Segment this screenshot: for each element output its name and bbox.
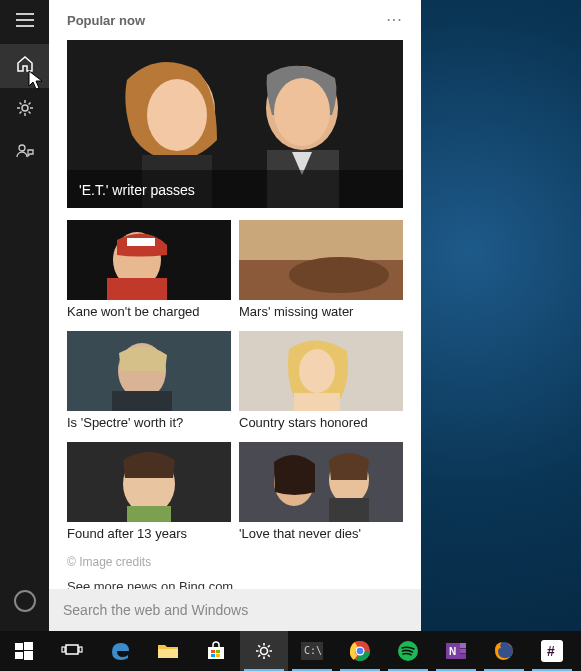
news-tile-label: Found after 13 years [67, 522, 231, 549]
panel-header: Popular now ··· [49, 0, 421, 40]
chrome-button[interactable] [336, 631, 384, 671]
svg-rect-55 [460, 654, 466, 659]
featured-story-label: 'E.T.' writer passes [79, 182, 195, 198]
image-credits: © Image credits [67, 555, 403, 569]
desktop-background [421, 0, 581, 631]
store-icon [203, 638, 229, 664]
firefox-button[interactable] [480, 631, 528, 671]
taskbar: C:\ N # [0, 631, 581, 671]
taskview-icon [59, 638, 85, 664]
edge-button[interactable] [96, 631, 144, 671]
feedback-icon [15, 142, 35, 166]
svg-rect-43 [216, 654, 220, 657]
home-icon [15, 54, 35, 78]
svg-point-16 [289, 257, 389, 293]
feedback-button[interactable] [0, 132, 49, 176]
svg-rect-53 [460, 643, 466, 648]
svg-rect-27 [239, 442, 403, 522]
svg-rect-37 [79, 647, 82, 652]
svg-rect-42 [211, 654, 215, 657]
chrome-icon [347, 638, 373, 664]
store-button[interactable] [192, 631, 240, 671]
svg-rect-35 [66, 645, 78, 654]
svg-point-4 [147, 79, 207, 151]
gear-icon [251, 638, 277, 664]
windows-icon [11, 638, 37, 664]
svg-rect-41 [216, 650, 220, 653]
svg-rect-32 [24, 642, 33, 650]
settings-button[interactable] [0, 88, 49, 132]
news-tile-3[interactable]: Country stars honored [239, 331, 403, 438]
svg-rect-34 [24, 651, 33, 660]
cortana-panel: Popular now ··· 'E.T.' writer passes [49, 0, 421, 631]
svg-point-49 [357, 648, 364, 655]
gear-icon [15, 98, 35, 122]
onenote-button[interactable]: N [432, 631, 480, 671]
menu-button[interactable] [0, 0, 49, 44]
news-tile-label: Country stars honored [239, 411, 403, 438]
console-button[interactable]: C:\ [288, 631, 336, 671]
console-icon: C:\ [299, 638, 325, 664]
spotify-button[interactable] [384, 631, 432, 671]
taskview-button[interactable] [48, 631, 96, 671]
edge-icon [107, 638, 133, 664]
svg-rect-19 [112, 391, 172, 411]
svg-rect-26 [127, 506, 171, 522]
svg-rect-13 [127, 238, 155, 246]
svg-rect-31 [15, 643, 23, 650]
folder-icon [155, 638, 181, 664]
news-tile-label: Kane won't be charged [67, 300, 231, 327]
settings-app-button[interactable] [240, 631, 288, 671]
news-tile-label: 'Love that never dies' [239, 522, 403, 549]
svg-rect-14 [239, 220, 403, 260]
svg-rect-23 [294, 393, 340, 411]
svg-rect-36 [62, 647, 65, 652]
hamburger-icon [16, 13, 34, 31]
spotify-icon [395, 638, 421, 664]
slack-icon: # [539, 638, 565, 664]
news-tile-2[interactable]: Is 'Spectre' worth it? [67, 331, 231, 438]
slack-button[interactable]: # [528, 631, 576, 671]
svg-point-7 [274, 78, 330, 146]
panel-title: Popular now [67, 13, 145, 28]
news-tile-0[interactable]: Kane won't be charged [67, 220, 231, 327]
firefox-icon [491, 638, 517, 664]
home-button[interactable] [0, 44, 49, 88]
svg-rect-38 [158, 649, 178, 658]
svg-rect-40 [211, 650, 215, 653]
news-tile-label: Is 'Spectre' worth it? [67, 411, 231, 438]
more-button[interactable]: ··· [387, 13, 403, 27]
news-tile-4[interactable]: Found after 13 years [67, 442, 231, 549]
featured-story[interactable]: 'E.T.' writer passes [67, 40, 403, 208]
svg-rect-33 [15, 652, 23, 659]
news-tile-label: Mars' missing water [239, 300, 403, 327]
svg-rect-12 [107, 278, 167, 300]
search-bar[interactable] [49, 589, 421, 631]
svg-point-0 [22, 105, 28, 111]
fileexplorer-button[interactable] [144, 631, 192, 671]
svg-text:#: # [547, 643, 555, 659]
search-input[interactable] [63, 602, 407, 618]
start-button[interactable] [0, 631, 48, 671]
see-more-link[interactable]: See more news on Bing.com [67, 579, 403, 589]
news-tile-1[interactable]: Mars' missing water [239, 220, 403, 327]
svg-point-1 [19, 145, 25, 151]
onenote-icon: N [443, 638, 469, 664]
cortana-ring-icon [14, 590, 36, 612]
svg-rect-30 [329, 498, 369, 522]
cortana-sidebar [0, 0, 49, 631]
svg-point-22 [299, 349, 335, 393]
svg-text:C:\: C:\ [304, 645, 322, 656]
svg-rect-54 [460, 649, 466, 654]
news-tile-5[interactable]: 'Love that never dies' [239, 442, 403, 549]
svg-text:N: N [449, 646, 456, 657]
cortana-button[interactable] [0, 579, 49, 623]
svg-point-44 [261, 648, 268, 655]
panel-body: 'E.T.' writer passes Kane won't be charg… [49, 40, 421, 589]
